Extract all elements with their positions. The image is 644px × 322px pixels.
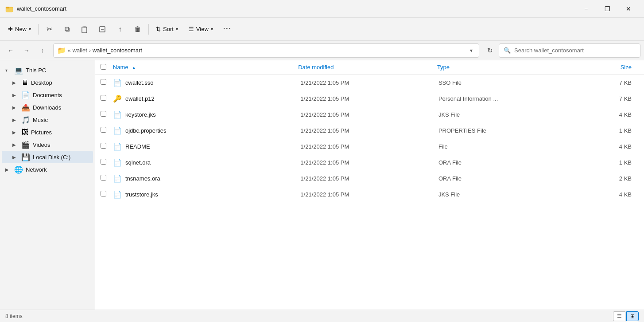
file-date-7: 1/21/2022 1:05 PM bbox=[300, 191, 438, 198]
copy-button[interactable]: ⧉ bbox=[59, 21, 75, 37]
sidebar-item-desktop[interactable]: ▶ 🖥 Desktop bbox=[2, 76, 93, 89]
new-button[interactable]: ✚ New ▾ bbox=[4, 21, 35, 37]
downloads-icon: 📥 bbox=[21, 103, 30, 112]
sidebar-item-downloads[interactable]: ▶ 📥 Downloads bbox=[2, 101, 93, 114]
breadcrumb-parent[interactable]: wallet bbox=[73, 47, 87, 54]
file-date-3: 1/21/2022 1:05 PM bbox=[300, 127, 438, 134]
row-checkbox-5[interactable] bbox=[101, 159, 109, 166]
table-row[interactable]: 📄 sqlnet.ora 1/21/2022 1:05 PM ORA File … bbox=[95, 154, 644, 170]
file-icon-3: 📄 ojdbc.properties bbox=[113, 126, 297, 135]
breadcrumb-bar: 📁 « wallet › wallet_contosomart ▾ bbox=[53, 43, 479, 58]
paste-button[interactable] bbox=[77, 21, 93, 37]
main-area: ▾ 💻 This PC ▶ 🖥 Desktop ▶ 📄 Documents ▶ … bbox=[0, 60, 644, 310]
title-controls: − ❐ ✕ bbox=[576, 2, 639, 16]
header-size[interactable]: Size bbox=[576, 64, 639, 71]
videos-chevron: ▶ bbox=[12, 142, 19, 147]
maximize-button[interactable]: ❐ bbox=[597, 2, 617, 16]
file-date-1: 1/21/2022 1:05 PM bbox=[300, 95, 438, 102]
desktop-icon: 🖥 bbox=[21, 79, 28, 86]
search-input[interactable] bbox=[514, 47, 636, 54]
view-button[interactable]: ☰ View ▾ bbox=[184, 21, 217, 37]
sidebar-item-local-disk[interactable]: ▶ 💾 Local Disk (C:) bbox=[2, 151, 93, 163]
file-date-5: 1/21/2022 1:05 PM bbox=[300, 159, 438, 166]
table-row[interactable]: 📄 truststore.jks 1/21/2022 1:05 PM JKS F… bbox=[95, 186, 644, 202]
close-button[interactable]: ✕ bbox=[618, 2, 639, 16]
sort-arrows-icon: ⇅ bbox=[156, 26, 161, 32]
table-row[interactable]: 📄 tnsnames.ora 1/21/2022 1:05 PM ORA Fil… bbox=[95, 170, 644, 186]
table-row[interactable]: 📄 ojdbc.properties 1/21/2022 1:05 PM PRO… bbox=[95, 122, 644, 138]
list-view-button[interactable]: ☰ bbox=[613, 311, 625, 321]
network-label: Network bbox=[26, 166, 47, 173]
new-chevron-icon: ▾ bbox=[29, 27, 31, 31]
header-date-modified[interactable]: Date modified bbox=[298, 64, 437, 71]
sidebar-item-documents[interactable]: ▶ 📄 Documents bbox=[2, 89, 93, 101]
breadcrumb-separator: « bbox=[68, 47, 71, 54]
header-name[interactable]: Name ▲ bbox=[113, 64, 298, 71]
table-row[interactable]: 📄 keystore.jks 1/21/2022 1:05 PM JKS Fil… bbox=[95, 106, 644, 122]
row-checkbox-3[interactable] bbox=[101, 127, 109, 134]
view-toggle: ☰ ⊞ bbox=[613, 311, 639, 321]
more-button[interactable]: ··· bbox=[219, 21, 235, 37]
sidebar-item-pictures[interactable]: ▶ 🖼 Pictures bbox=[2, 126, 93, 138]
sort-label: Sort bbox=[163, 26, 174, 32]
sidebar-item-music[interactable]: ▶ 🎵 Music bbox=[2, 114, 93, 126]
breadcrumb-current[interactable]: wallet_contosomart bbox=[93, 47, 142, 54]
header-checkbox bbox=[101, 64, 109, 71]
local-disk-label: Local Disk (C:) bbox=[33, 154, 70, 161]
file-type-3: PROPERTIES File bbox=[438, 127, 577, 134]
delete-button[interactable]: 🗑 bbox=[130, 21, 146, 37]
sidebar-item-network[interactable]: ▶ 🌐 Network bbox=[2, 163, 93, 176]
table-row[interactable]: 🔑 ewallet.p12 1/21/2022 1:05 PM Personal… bbox=[95, 90, 644, 106]
file-size-5: 1 KB bbox=[576, 159, 639, 166]
title-bar: wallet_contosomart − ❐ ✕ bbox=[0, 0, 644, 18]
refresh-button[interactable]: ↻ bbox=[483, 43, 497, 58]
row-checkbox-0[interactable] bbox=[101, 79, 109, 86]
file-name-0: cwallet.sso bbox=[125, 79, 297, 86]
search-icon: 🔍 bbox=[504, 47, 511, 54]
table-row[interactable]: 📄 cwallet.sso 1/21/2022 1:05 PM SSO File… bbox=[95, 75, 644, 90]
sidebar-item-this-pc[interactable]: ▾ 💻 This PC bbox=[2, 64, 93, 76]
forward-button[interactable]: → bbox=[19, 43, 34, 58]
file-type-5: ORA File bbox=[438, 159, 577, 166]
local-disk-icon: 💾 bbox=[21, 153, 30, 161]
documents-chevron: ▶ bbox=[12, 93, 19, 98]
row-checkbox-2[interactable] bbox=[101, 111, 109, 118]
row-checkbox-6[interactable] bbox=[101, 175, 109, 182]
breadcrumb-arrow: › bbox=[89, 47, 91, 54]
sidebar: ▾ 💻 This PC ▶ 🖥 Desktop ▶ 📄 Documents ▶ … bbox=[0, 60, 95, 310]
file-size-0: 7 KB bbox=[576, 79, 639, 86]
share-button[interactable]: ↑ bbox=[112, 21, 128, 37]
grid-view-button[interactable]: ⊞ bbox=[626, 311, 639, 321]
title-bar-left: wallet_contosomart bbox=[5, 5, 66, 13]
file-icon-7: 📄 truststore.jks bbox=[113, 190, 297, 199]
cut-button[interactable]: ✂ bbox=[41, 21, 57, 37]
breadcrumb-folder-icon: 📁 bbox=[57, 46, 66, 55]
sort-button[interactable]: ⇅ Sort ▾ bbox=[151, 21, 182, 37]
file-size-4: 4 KB bbox=[576, 143, 639, 150]
row-checkbox-4[interactable] bbox=[101, 143, 109, 150]
file-name-4: README bbox=[125, 143, 297, 150]
table-row[interactable]: 📄 README 1/21/2022 1:05 PM File 4 KB bbox=[95, 138, 644, 154]
file-date-6: 1/21/2022 1:05 PM bbox=[300, 175, 438, 182]
file-icon-1: 🔑 ewallet.p12 bbox=[113, 94, 297, 103]
folder-title-icon bbox=[5, 5, 13, 13]
file-name-5: sqlnet.ora bbox=[125, 159, 297, 166]
back-button[interactable]: ← bbox=[4, 43, 18, 58]
file-type-1: Personal Information ... bbox=[438, 95, 577, 102]
header-type[interactable]: Type bbox=[437, 64, 576, 71]
search-bar[interactable]: 🔍 bbox=[499, 43, 640, 58]
file-type-6: ORA File bbox=[438, 175, 577, 182]
minimize-button[interactable]: − bbox=[576, 2, 596, 16]
rename-button[interactable] bbox=[94, 21, 110, 37]
breadcrumb-dropdown-button[interactable]: ▾ bbox=[467, 47, 475, 55]
file-area: Name ▲ Date modified Type Size 📄 cwallet… bbox=[95, 60, 644, 310]
item-count: 8 items bbox=[5, 313, 23, 319]
up-button[interactable]: ↑ bbox=[35, 43, 50, 58]
row-checkbox-7[interactable] bbox=[101, 191, 109, 198]
documents-icon: 📄 bbox=[21, 91, 30, 99]
select-all-checkbox[interactable] bbox=[101, 64, 106, 70]
sidebar-item-videos[interactable]: ▶ 🎬 Videos bbox=[2, 138, 93, 151]
pictures-chevron: ▶ bbox=[12, 130, 19, 135]
row-checkbox-1[interactable] bbox=[101, 95, 109, 102]
file-name-3: ojdbc.properties bbox=[125, 127, 297, 134]
